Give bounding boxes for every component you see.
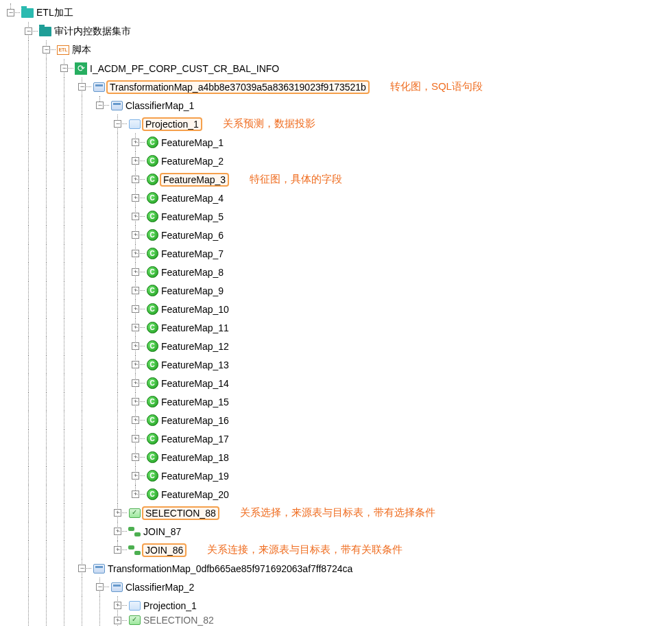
feature-icon: C [146,396,158,408]
tree-node-selection[interactable]: + SELECTION_88 关系选择，来源表与目标表，带有选择条件 [3,504,669,522]
refresh-icon: ⟳ [75,62,87,75]
node-label: FeatureMap_16 [160,414,230,427]
expand-icon[interactable]: + [132,416,139,424]
node-label: 审计内控数据集市 [53,25,132,38]
collapse-icon[interactable]: − [7,9,14,16]
node-label: SELECTION_82 [142,615,215,626]
tree-node-feature-map[interactable]: +CFeatureMap_11 [3,318,669,337]
expand-icon[interactable]: + [132,139,139,146]
expand-icon[interactable]: + [132,472,139,480]
node-label: FeatureMap_11 [160,322,230,334]
expand-icon[interactable]: + [132,379,139,387]
node-label: SELECTION_88 [142,506,219,520]
tree-node-feature-map[interactable]: +CFeatureMap_20 [3,485,669,504]
tree-node-feature-map[interactable]: +CFeatureMap_14 [3,374,669,392]
expand-icon[interactable]: + [132,231,139,239]
expand-icon[interactable]: + [132,157,139,165]
collapse-icon[interactable]: − [96,102,104,109]
tree-node-feature-map[interactable]: +CFeatureMap_19 [3,466,669,485]
expand-icon[interactable]: + [114,509,121,517]
expand-icon[interactable]: + [132,250,139,257]
tree-node-feature-map[interactable]: +CFeatureMap_8 [3,263,669,281]
expand-icon[interactable]: + [132,453,139,461]
feature-icon: C [146,303,158,316]
expand-icon[interactable]: + [132,194,139,202]
expand-icon[interactable]: + [132,435,139,442]
node-label: FeatureMap_4 [160,192,225,204]
annotation: 关系预测，数据投影 [223,117,315,130]
tree-node-root[interactable]: − ETL加工 [3,3,669,22]
node-label: ClassifierMap_1 [124,99,195,112]
tree-node-transformation-map[interactable]: − TransformationMap_0dfb665ae85f97169206… [3,559,669,578]
tree-node[interactable]: − 审计内控数据集市 [3,22,669,40]
tree-node-feature-map[interactable]: +CFeatureMap_16 [3,411,669,429]
tree-node-feature-map[interactable]: +CFeatureMap_9 [3,281,669,300]
tree-node[interactable]: − ClassifierMap_1 [3,96,669,115]
folder-icon [21,7,34,19]
collapse-icon[interactable]: − [114,120,121,128]
tree-node-feature-map[interactable]: +CFeatureMap_3特征图，具体的字段 [3,170,669,189]
tree-node-selection[interactable]: + SELECTION_82 [3,615,669,626]
node-label: ClassifierMap_2 [124,581,195,593]
tree-node[interactable]: − ETL 脚本 [3,40,669,59]
feature-icon: C [146,322,158,334]
tree-node-feature-map[interactable]: +CFeatureMap_10 [3,300,669,318]
expand-icon[interactable]: + [114,617,121,624]
tree-node[interactable]: − ClassifierMap_2 [3,578,669,596]
expand-icon[interactable]: + [132,342,139,350]
tree-node-feature-map[interactable]: +CFeatureMap_2 [3,152,669,170]
tree-node-transformation-map[interactable]: − TransformationMap_a4bb8e37039a5a836319… [3,78,669,96]
collapse-icon[interactable]: − [78,565,86,572]
expand-icon[interactable]: + [132,305,139,313]
expand-icon[interactable]: + [132,324,139,331]
projection-icon [128,118,141,130]
expand-icon[interactable]: + [132,398,139,405]
node-label: FeatureMap_19 [160,470,230,482]
node-label: FeatureMap_13 [160,359,230,371]
tree-node-join[interactable]: + JOIN_87 [3,522,669,541]
tree-node-feature-map[interactable]: +CFeatureMap_6 [3,226,669,244]
map-icon [110,99,123,112]
node-label: FeatureMap_20 [160,488,230,501]
collapse-icon[interactable]: − [78,83,86,91]
expand-icon[interactable]: + [114,602,121,609]
tree-node-projection[interactable]: + Projection_1 [3,596,669,615]
collapse-icon[interactable]: − [60,64,68,72]
collapse-icon[interactable]: − [43,46,50,54]
expand-icon[interactable]: + [132,176,139,183]
tree-node-feature-map[interactable]: +CFeatureMap_12 [3,337,669,355]
feature-icon: C [146,433,158,445]
node-label: FeatureMap_8 [160,266,225,279]
expand-icon[interactable]: + [114,528,121,535]
feature-icon: C [146,155,158,167]
node-label: FeatureMap_9 [160,285,225,297]
tree-node-feature-map[interactable]: +CFeatureMap_5 [3,207,669,226]
expand-icon[interactable]: + [132,491,139,498]
tree-node-feature-map[interactable]: +CFeatureMap_17 [3,429,669,448]
expand-icon[interactable]: + [132,213,139,220]
expand-icon[interactable]: + [132,287,139,294]
feature-icon: C [146,340,158,353]
collapse-icon[interactable]: − [25,27,32,35]
feature-icon: C [146,137,158,149]
feature-icon: C [146,174,158,186]
node-label: FeatureMap_2 [160,155,225,167]
tree-node-feature-map[interactable]: +CFeatureMap_4 [3,189,669,207]
expand-icon[interactable]: + [114,546,121,554]
node-label: ETL加工 [35,6,75,20]
tree-node[interactable]: − ⟳ I_ACDM_PF_CORP_CUST_CR_BAL_INFO [3,59,669,78]
expand-icon[interactable]: + [132,361,139,368]
tree-node-projection[interactable]: − Projection_1 关系预测，数据投影 [3,115,669,133]
node-label: FeatureMap_10 [160,303,230,316]
tree-node-feature-map[interactable]: +CFeatureMap_13 [3,355,669,374]
feature-icon: C [146,488,158,501]
node-label: JOIN_87 [142,525,182,538]
tree-node-feature-map[interactable]: +CFeatureMap_1 [3,133,669,152]
tree-node-feature-map[interactable]: +CFeatureMap_18 [3,448,669,466]
expand-icon[interactable]: + [132,268,139,276]
tree-node-join[interactable]: + JOIN_86 关系连接，来源表与目标表，带有关联条件 [3,541,669,559]
tree-node-feature-map[interactable]: +CFeatureMap_15 [3,392,669,411]
tree-node-feature-map[interactable]: +CFeatureMap_7 [3,244,669,263]
annotation: 关系连接，来源表与目标表，带有关联条件 [207,543,403,556]
collapse-icon[interactable]: − [96,583,104,591]
